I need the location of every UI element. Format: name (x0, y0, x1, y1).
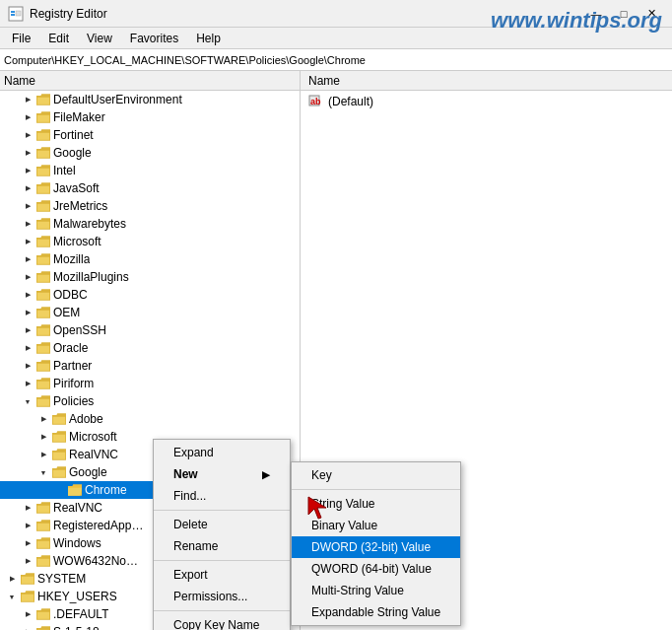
expander-intel[interactable] (20, 163, 35, 178)
expander-realvnc2[interactable] (35, 447, 51, 462)
expander-openssh[interactable] (20, 322, 35, 338)
expander-registeredapp[interactable] (20, 518, 35, 533)
ctx-find[interactable]: Find... (154, 485, 290, 507)
expander-hkeyusers[interactable] (4, 589, 20, 604)
tree-label: .DEFAULT (53, 607, 108, 621)
folder-icon (20, 589, 35, 604)
expander-google[interactable] (20, 145, 35, 161)
submenu-stringvalue[interactable]: String Value (292, 493, 460, 515)
tree-item-filemaker[interactable]: FileMaker (0, 108, 300, 126)
svg-rect-2 (11, 14, 15, 16)
submenu-binaryvalue[interactable]: Binary Value (292, 515, 460, 536)
expander-microsoft2[interactable] (35, 429, 51, 445)
ctx-delete[interactable]: Delete (154, 514, 290, 535)
tree-item-oracle[interactable]: Oracle (0, 339, 300, 357)
address-path: Computer\HKEY_LOCAL_MACHINE\SOFTWARE\Pol… (4, 54, 366, 66)
tree-item-jremetrics[interactable]: JreMetrics (0, 197, 300, 215)
expander-default[interactable] (20, 606, 35, 622)
folder-icon (35, 269, 51, 285)
minimize-button[interactable]: — (583, 3, 609, 25)
tree-item-odbc[interactable]: ODBC (0, 286, 300, 304)
expander-oem[interactable] (20, 305, 35, 320)
expander-jremetrics[interactable] (20, 198, 35, 214)
expander-fortinet[interactable] (20, 127, 35, 143)
submenu-multistringvalue[interactable]: Multi-String Value (292, 580, 460, 601)
tree-item-fortinet[interactable]: Fortinet (0, 126, 300, 144)
ctx-export[interactable]: Export (154, 564, 290, 586)
tree-item-google[interactable]: Google (0, 144, 300, 162)
expander-piriform[interactable] (20, 376, 35, 391)
menu-favorites[interactable]: Favorites (122, 30, 186, 47)
expander-s1518[interactable] (20, 624, 35, 630)
ctx-expand[interactable]: Expand (154, 442, 290, 463)
folder-icon (35, 553, 51, 569)
tree-item-intel[interactable]: Intel (0, 162, 300, 179)
ctx-rename[interactable]: Rename (154, 535, 290, 557)
expander-partner[interactable] (20, 358, 35, 374)
tree-label: RegisteredApp… (53, 519, 143, 532)
tree-label: OpenSSH (53, 323, 106, 337)
expander-google2[interactable] (35, 464, 51, 480)
submenu-expandablestringvalue[interactable]: Expandable String Value (292, 601, 460, 623)
tree-item-oem[interactable]: OEM (0, 304, 300, 321)
submenu-qword64[interactable]: QWORD (64-bit) Value (292, 558, 460, 580)
ctx-new[interactable]: New ▶ (154, 463, 290, 485)
tree-item-malwarebytes[interactable]: Malwarebytes (0, 215, 300, 233)
right-pane-content: ab (Default) (301, 91, 672, 112)
folder-icon (51, 464, 67, 480)
folder-icon (35, 109, 51, 125)
tree-item-adobe[interactable]: Adobe (0, 410, 300, 428)
folder-icon (35, 127, 51, 143)
expander-oracle[interactable] (20, 340, 35, 356)
submenu-key[interactable]: Key (292, 464, 460, 486)
tree-item-defaultuserenv[interactable]: DefaultUserEnvironment (0, 91, 300, 108)
expander-mozillaplugins[interactable] (20, 269, 35, 285)
tree-item-microsoft[interactable]: Microsoft (0, 233, 300, 250)
tree-item-mozilla[interactable]: Mozilla (0, 250, 300, 268)
expander-malwarebytes[interactable] (20, 216, 35, 232)
menu-help[interactable]: Help (188, 30, 229, 47)
expander-javasoft[interactable] (20, 180, 35, 196)
folder-icon (35, 234, 51, 249)
tree-label: JavaSoft (53, 181, 100, 195)
tree-label: Oracle (53, 341, 88, 355)
tree-item-openssh[interactable]: OpenSSH (0, 321, 300, 339)
expander-filemaker[interactable] (20, 109, 35, 125)
expander-odbc[interactable] (20, 287, 35, 303)
submenu-dword32[interactable]: DWORD (32-bit) Value (292, 536, 460, 558)
menu-view[interactable]: View (79, 30, 120, 47)
tree-item-partner[interactable]: Partner (0, 357, 300, 375)
expander-realvnc[interactable] (20, 500, 35, 516)
expander-wow6432no[interactable] (20, 553, 35, 569)
svg-rect-3 (16, 11, 21, 16)
expander-microsoft[interactable] (20, 234, 35, 249)
tree-label: Partner (53, 359, 92, 373)
expander-mozilla[interactable] (20, 251, 35, 267)
expander-defaultuserenv[interactable] (20, 92, 35, 107)
tree-label: Malwarebytes (53, 217, 126, 231)
folder-icon (35, 251, 51, 267)
close-button[interactable]: ✕ (638, 3, 664, 25)
expander-system[interactable] (4, 571, 20, 587)
folder-icon (35, 180, 51, 196)
tree-item-mozillaplugins[interactable]: MozillaPlugins (0, 268, 300, 286)
folder-icon (35, 163, 51, 178)
tree-label: MozillaPlugins (53, 270, 129, 284)
tree-label: Piriform (53, 377, 94, 390)
tree-item-javasoft[interactable]: JavaSoft (0, 179, 300, 197)
reg-row-default[interactable]: ab (Default) (304, 93, 668, 110)
tree-item-piriform[interactable]: Piriform (0, 375, 300, 392)
maximize-button[interactable]: □ (611, 3, 637, 25)
expander-policies[interactable] (20, 393, 35, 409)
expander-windows[interactable] (20, 535, 35, 551)
folder-icon (35, 624, 51, 630)
folder-icon (35, 518, 51, 533)
expander-adobe[interactable] (35, 411, 51, 427)
menu-file[interactable]: File (4, 30, 38, 47)
ctx-copykeyname[interactable]: Copy Key Name (154, 614, 290, 630)
menu-edit[interactable]: Edit (40, 30, 77, 47)
tree-label: Windows (53, 536, 101, 550)
tree-item-policies[interactable]: Policies (0, 392, 300, 410)
ctx-permissions[interactable]: Permissions... (154, 586, 290, 607)
tree-label: Policies (53, 394, 94, 408)
